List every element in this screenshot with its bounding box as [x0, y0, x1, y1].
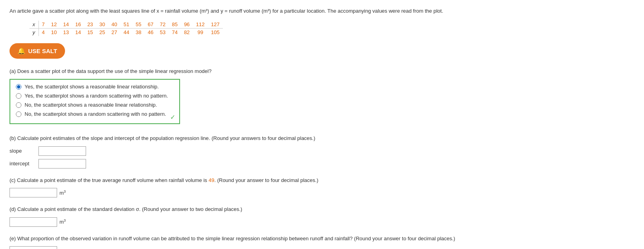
- data-table: x 7 12 14 16 23 30 40 51 55 67 72 85 96 …: [29, 21, 223, 36]
- part-b-section: (b) Calculate point estimates of the slo…: [10, 134, 634, 169]
- radio-option-1[interactable]: Yes, the scatterplot shows a random scat…: [16, 93, 174, 99]
- radio-option-3[interactable]: No, the scatterplot shows a random scatt…: [16, 111, 174, 117]
- part-e-input[interactable]: [10, 246, 57, 249]
- part-d-input[interactable]: [10, 217, 57, 227]
- part-e-label: (e) What proportion of the observed vari…: [10, 235, 634, 243]
- part-d-section: (d) Calculate a point estimate of the st…: [10, 205, 634, 227]
- radio-option-2[interactable]: No, the scatterplot shows a reasonable l…: [16, 102, 174, 108]
- part-c-input-row: m3: [10, 188, 634, 197]
- radio-input-3[interactable]: [16, 111, 21, 117]
- x-label: x: [29, 21, 38, 29]
- radio-input-2[interactable]: [16, 102, 21, 108]
- part-a-section: (a) Does a scatter plot of the data supp…: [10, 67, 634, 127]
- radio-input-0[interactable]: [16, 84, 21, 90]
- part-c-unit: m3: [59, 190, 66, 196]
- part-b-label: (b) Calculate point estimates of the slo…: [10, 134, 634, 142]
- slope-input[interactable]: [38, 146, 86, 156]
- intro-text: An article gave a scatter plot along wit…: [10, 7, 634, 15]
- slope-label: slope: [10, 148, 35, 154]
- intercept-row: intercept: [10, 159, 634, 169]
- part-d-unit: m3: [59, 218, 66, 225]
- part-a-radio-group: Yes, the scatterplot shows a reasonable …: [10, 79, 180, 124]
- part-c-section: (c) Calculate a point estimate of the tr…: [10, 176, 634, 198]
- part-e-input-row: [10, 246, 634, 249]
- part-c-label: (c) Calculate a point estimate of the tr…: [10, 176, 634, 184]
- salt-icon: 🔔: [17, 47, 25, 55]
- part-a-label: (a) Does a scatter plot of the data supp…: [10, 67, 634, 75]
- intercept-label: intercept: [10, 161, 35, 167]
- part-e-section: (e) What proportion of the observed vari…: [10, 235, 634, 249]
- y-label: y: [29, 28, 38, 36]
- part-d-input-row: m3: [10, 217, 634, 227]
- radio-option-0[interactable]: Yes, the scatterplot shows a reasonable …: [16, 84, 174, 90]
- part-d-label: (d) Calculate a point estimate of the st…: [10, 205, 634, 213]
- part-c-input[interactable]: [10, 188, 57, 197]
- intercept-input[interactable]: [38, 159, 86, 169]
- use-salt-button[interactable]: 🔔 USE SALT: [10, 43, 65, 59]
- radio-input-1[interactable]: [16, 93, 21, 99]
- slope-row: slope: [10, 146, 634, 156]
- correct-checkmark: ✓: [170, 113, 175, 121]
